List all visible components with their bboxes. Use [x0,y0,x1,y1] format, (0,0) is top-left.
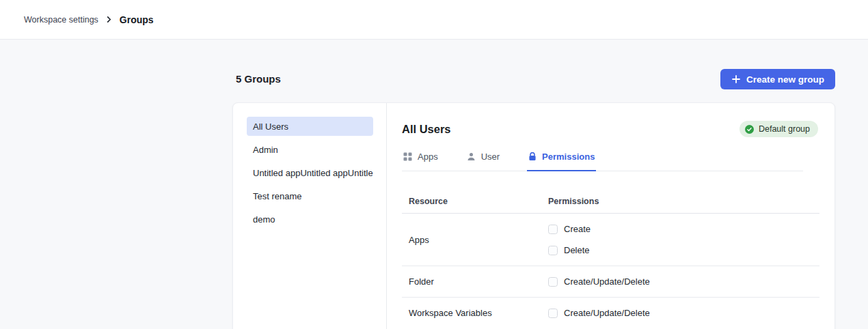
apps-create-checkbox[interactable] [548,225,558,234]
groups-panel: All Users Admin Untitled appUntitled app… [232,102,835,329]
group-item-admin[interactable]: Admin [247,140,373,159]
permissions-cell: Create/Update/Delete [548,308,650,318]
tab-apps-label: Apps [418,152,438,162]
group-detail-header: All Users Default group [402,119,818,139]
tab-permissions[interactable]: Permissions [527,147,596,171]
group-item-test-rename[interactable]: Test rename [247,186,373,205]
permission-option: Create/Update/Delete [548,308,650,318]
grid-icon [403,152,412,161]
tab-bar: Apps User Permissions [402,147,803,171]
group-title: All Users [402,123,451,136]
check-circle-icon [745,125,754,134]
user-icon [467,152,476,161]
permissions-table-header: Resource Permissions [402,189,819,214]
create-new-group-button[interactable]: Create new group [720,69,835,89]
topbar: Workspace settings Groups [0,0,868,40]
permission-option: Create [548,224,591,234]
table-row-folder: Folder Create/Update/Delete [402,266,819,298]
tab-user[interactable]: User [465,147,501,171]
permissions-column-header: Permissions [548,197,599,206]
permission-label: Create [564,224,591,234]
table-row-workspace-variables: Workspace Variables Create/Update/Delete [402,298,819,328]
chevron-right-icon [105,16,113,23]
permission-label: Create/Update/Delete [564,308,650,318]
breadcrumb-groups: Groups [120,14,154,25]
permission-option: Delete [548,245,591,255]
permission-option: Create/Update/Delete [548,276,650,287]
group-item-demo[interactable]: demo [247,210,373,229]
resource-column-header: Resource [402,197,548,206]
group-item-all-users[interactable]: All Users [247,117,373,136]
lock-icon [528,152,537,161]
group-detail: All Users Default group Apps User [387,103,835,329]
permission-label: Create/Update/Delete [564,276,650,287]
group-item-untitled-app[interactable]: Untitled appUntitled appUntitle… [247,163,373,182]
create-new-group-label: Create new group [746,74,824,85]
tab-permissions-label: Permissions [542,152,595,162]
permissions-cell: Create/Update/Delete [548,276,650,287]
tab-user-label: User [481,152,500,162]
default-group-badge: Default group [740,121,818,137]
resource-label: Folder [402,276,548,287]
table-row-apps: Apps Create Delete [402,214,819,266]
permissions-cell: Create Delete [548,224,591,255]
groups-count-label: 5 Groups [236,73,281,85]
resource-label: Workspace Variables [402,308,548,318]
breadcrumb-workspace-settings[interactable]: Workspace settings [24,15,98,25]
apps-delete-checkbox[interactable] [548,246,558,255]
default-group-label: Default group [759,124,810,134]
permissions-table: Resource Permissions Apps Create Delete [402,189,819,328]
resource-label: Apps [402,235,548,245]
tab-apps[interactable]: Apps [402,147,439,171]
folder-cud-checkbox[interactable] [548,277,558,287]
permission-label: Delete [564,245,590,255]
group-list: All Users Admin Untitled appUntitled app… [233,103,387,329]
workspace-variables-cud-checkbox[interactable] [548,309,558,318]
plus-icon [731,74,741,84]
